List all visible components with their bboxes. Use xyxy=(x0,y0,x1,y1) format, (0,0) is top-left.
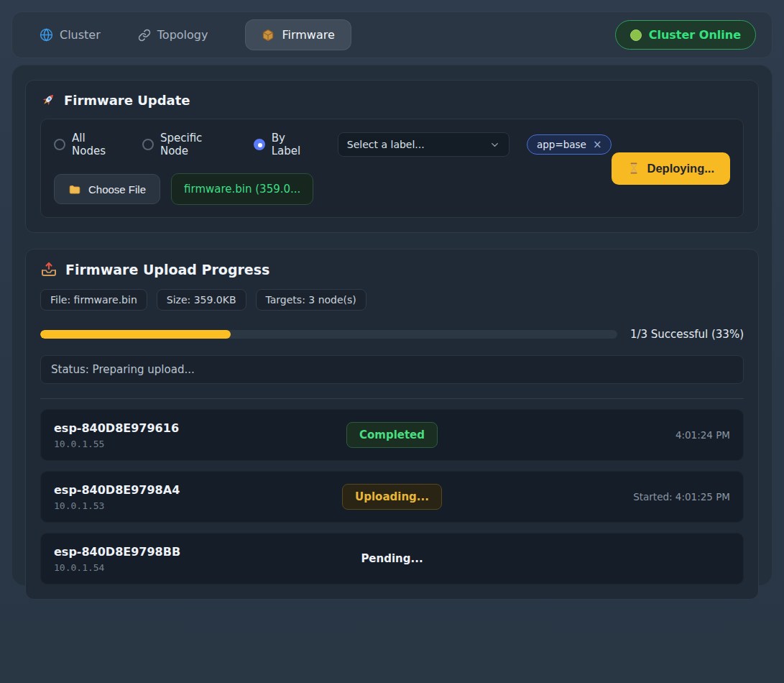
remove-label-icon[interactable]: × xyxy=(593,139,602,150)
node-name: esp-840D8E979616 xyxy=(54,421,346,435)
cluster-online-label: Cluster Online xyxy=(649,28,741,42)
divider xyxy=(40,398,744,399)
radio-circle-icon xyxy=(54,139,65,150)
node-row: esp-840D8E9798A4 10.0.1.53 Uploading... … xyxy=(40,471,744,523)
file-name-badge: File: firmware.bin xyxy=(40,289,147,311)
label-select-placeholder: Select a label... xyxy=(347,139,425,150)
node-ip: 10.0.1.53 xyxy=(54,500,342,511)
progress-label: 1/3 Successful (33%) xyxy=(630,328,744,341)
label-select-dropdown[interactable]: Select a label... xyxy=(338,132,509,157)
radio-label: All Nodes xyxy=(72,132,122,157)
node-identity: esp-840D8E9798A4 10.0.1.53 xyxy=(54,483,342,511)
firmware-update-card: Firmware Update All Nodes Specific Node … xyxy=(25,80,759,233)
progress-row: 1/3 Successful (33%) xyxy=(40,328,744,341)
radio-circle-icon xyxy=(254,139,265,150)
selected-label-text: app=base xyxy=(537,139,586,150)
radio-specific-node[interactable]: Specific Node xyxy=(142,132,234,157)
node-status-badge: Uploading... xyxy=(342,484,442,510)
hourglass-icon xyxy=(627,162,640,175)
section-title: Firmware Upload Progress xyxy=(65,262,269,278)
choose-file-button[interactable]: Choose File xyxy=(54,174,160,204)
nav-item-firmware[interactable]: Firmware xyxy=(245,19,351,50)
file-controls: Choose File firmware.bin (359.0... xyxy=(54,173,612,205)
globe-icon xyxy=(40,28,53,42)
firmware-update-title: Firmware Update xyxy=(40,92,744,108)
deploy-button-label: Deploying... xyxy=(647,162,714,175)
file-info-badges: File: firmware.bin Size: 359.0KB Targets… xyxy=(40,289,744,311)
node-status-badge: Pending... xyxy=(361,546,423,571)
nav-item-topology[interactable]: Topology xyxy=(138,28,208,42)
nav-item-label: Cluster xyxy=(60,28,101,42)
target-mode-radios: All Nodes Specific Node By Label Select … xyxy=(54,132,612,157)
node-ip: 10.0.1.55 xyxy=(54,439,346,449)
deploy-button[interactable]: Deploying... xyxy=(612,152,730,185)
rocket-icon xyxy=(40,92,56,108)
nav-item-cluster[interactable]: Cluster xyxy=(40,28,101,42)
upload-progress-title: Firmware Upload Progress xyxy=(40,261,744,278)
radio-by-label[interactable]: By Label xyxy=(254,132,318,157)
file-size-badge: Size: 359.0KB xyxy=(157,289,246,311)
status-message: Status: Preparing upload... xyxy=(40,355,744,384)
node-row: esp-840D8E979616 10.0.1.55 Completed 4:0… xyxy=(40,409,744,461)
progress-fill xyxy=(40,330,231,339)
node-name: esp-840D8E9798A4 xyxy=(54,483,342,497)
chevron-down-icon xyxy=(489,139,500,150)
node-timestamp: Started: 4:01:25 PM xyxy=(633,491,730,503)
node-identity: esp-840D8E979616 10.0.1.55 xyxy=(54,421,346,449)
radio-label: By Label xyxy=(272,132,318,157)
node-name: esp-840D8E9798BB xyxy=(54,545,361,559)
choose-file-label: Choose File xyxy=(88,183,146,196)
main-content: Firmware Update All Nodes Specific Node … xyxy=(11,65,773,586)
online-dot-icon xyxy=(630,29,642,41)
node-timestamp: 4:01:24 PM xyxy=(675,429,730,441)
package-icon xyxy=(262,29,275,42)
node-ip: 10.0.1.54 xyxy=(54,562,361,573)
top-nav: Cluster Topology Firmware Cluster Online xyxy=(11,12,773,58)
nav-item-label: Topology xyxy=(157,28,208,42)
progress-bar xyxy=(40,330,617,339)
upload-progress-card: Firmware Upload Progress File: firmware.… xyxy=(25,249,759,600)
radio-label: Specific Node xyxy=(160,132,234,157)
radio-circle-icon xyxy=(142,139,154,150)
deploy-controls: All Nodes Specific Node By Label Select … xyxy=(40,119,744,218)
cluster-online-badge[interactable]: Cluster Online xyxy=(615,20,756,50)
node-row: esp-840D8E9798BB 10.0.1.54 Pending... xyxy=(40,533,744,585)
folder-icon xyxy=(68,183,81,196)
link-icon xyxy=(138,29,151,42)
nav-item-label: Firmware xyxy=(282,28,334,42)
upload-tray-icon xyxy=(40,261,57,278)
selected-file-display: firmware.bin (359.0... xyxy=(171,173,313,205)
node-status-badge: Completed xyxy=(346,422,438,448)
page-title: Firmware Update xyxy=(64,93,190,108)
node-identity: esp-840D8E9798BB 10.0.1.54 xyxy=(54,545,361,573)
radio-all-nodes[interactable]: All Nodes xyxy=(54,132,122,157)
targets-badge: Targets: 3 node(s) xyxy=(256,289,366,311)
selected-label-tag: app=base × xyxy=(527,134,612,155)
